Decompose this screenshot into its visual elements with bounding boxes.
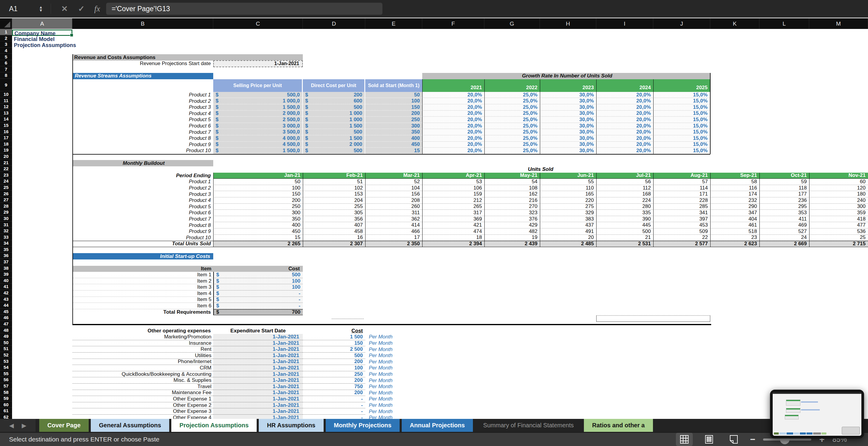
- units-cell[interactable]: 22: [653, 235, 710, 241]
- units-cell[interactable]: 491: [540, 229, 596, 235]
- expense-cost-cell[interactable]: -: [303, 402, 365, 409]
- row-header[interactable]: 5: [0, 54, 12, 60]
- units-cell[interactable]: 300: [213, 210, 303, 216]
- units-cell[interactable]: 300: [809, 204, 868, 210]
- units-cell[interactable]: 527: [760, 229, 809, 235]
- month-header-cell[interactable]: Sep-21: [710, 173, 760, 179]
- product-name-cell[interactable]: Product 4: [72, 197, 213, 204]
- sold-at-start-header-cell[interactable]: Sold at Start (Month 1): [365, 79, 422, 92]
- growth-rate-cell[interactable]: 30,0%: [540, 111, 596, 117]
- units-cell[interactable]: 153: [303, 191, 365, 197]
- sheet-tab[interactable]: Summary of Financial Statements: [475, 419, 582, 432]
- row-header[interactable]: 10: [0, 91, 12, 98]
- growth-rate-cell[interactable]: 20,0%: [596, 92, 653, 98]
- product-name-cell[interactable]: Product 5: [72, 116, 213, 123]
- expense-date-cell[interactable]: 1-Jan-2021: [213, 396, 303, 402]
- expense-cost-cell[interactable]: -: [303, 415, 365, 419]
- expense-date-cell[interactable]: 1-Jan-2021: [213, 408, 303, 415]
- row-header[interactable]: 57: [0, 383, 12, 389]
- units-cell[interactable]: 108: [484, 185, 540, 191]
- growth-rate-cell[interactable]: 25,0%: [484, 148, 540, 154]
- month-header-cell[interactable]: Aug-21: [653, 173, 710, 179]
- units-cell[interactable]: 404: [710, 216, 760, 222]
- units-cell[interactable]: 15: [213, 235, 303, 241]
- sold-at-start-cell[interactable]: 15: [365, 148, 422, 154]
- product-name-cell[interactable]: Product 10: [72, 148, 213, 154]
- row-header[interactable]: 19: [0, 147, 12, 153]
- month-header-cell[interactable]: Oct-21: [760, 173, 809, 179]
- units-cell[interactable]: 369: [422, 216, 484, 222]
- product-name-cell[interactable]: Product 8: [72, 222, 213, 229]
- start-date-value-cell[interactable]: 1-Jan-2021: [213, 60, 303, 67]
- units-cell[interactable]: 275: [540, 204, 596, 210]
- sheet-tab[interactable]: Projection Assumptions: [171, 419, 257, 432]
- growth-rate-cell[interactable]: 20,0%: [422, 104, 484, 111]
- product-name-cell[interactable]: Product 5: [72, 204, 213, 210]
- sold-at-start-cell[interactable]: 150: [365, 104, 422, 111]
- formula-input[interactable]: ='Cover Page'!G13: [106, 3, 382, 15]
- total-units-cell[interactable]: 2 265: [213, 241, 303, 247]
- units-cell[interactable]: 20: [540, 235, 596, 241]
- growth-rate-cell[interactable]: 20,0%: [596, 142, 653, 148]
- row-header[interactable]: 18: [0, 141, 12, 147]
- row-header[interactable]: 6: [0, 60, 12, 66]
- expense-name-cell[interactable]: Other Expense 1: [72, 396, 213, 402]
- expense-name-cell[interactable]: Other Expense 4: [72, 415, 213, 419]
- expense-name-cell[interactable]: Utilities: [72, 352, 213, 359]
- sold-at-start-cell[interactable]: 100: [365, 98, 422, 104]
- growth-rate-cell[interactable]: 25,0%: [484, 142, 540, 148]
- growth-rate-cell[interactable]: 30,0%: [540, 148, 596, 154]
- expense-cost-cell[interactable]: 2 500: [303, 346, 365, 352]
- cancel-icon[interactable]: ✕: [61, 4, 68, 13]
- expense-name-cell[interactable]: Other Expense 2: [72, 402, 213, 409]
- sheet-tab[interactable]: Ratios and other a: [584, 419, 653, 432]
- row-header[interactable]: 47: [0, 321, 12, 327]
- selling-price-cell[interactable]: $3 000,0: [213, 123, 303, 129]
- row-header[interactable]: 49: [0, 333, 12, 340]
- growth-rate-cell[interactable]: 25,0%: [484, 135, 540, 142]
- expense-name-cell[interactable]: Phone/Internet: [72, 359, 213, 365]
- row-header[interactable]: 8: [0, 72, 12, 79]
- sold-at-start-cell[interactable]: 200: [365, 111, 422, 117]
- next-sheet-arrow-icon[interactable]: ▶: [22, 422, 26, 429]
- units-cell[interactable]: 208: [365, 197, 422, 204]
- units-cell[interactable]: 414: [365, 222, 422, 229]
- units-cell[interactable]: 270: [484, 204, 540, 210]
- units-cell[interactable]: 204: [303, 197, 365, 204]
- row-header[interactable]: 4: [0, 47, 12, 54]
- selling-price-cell[interactable]: $500,0: [213, 92, 303, 98]
- month-header-cell[interactable]: Apr-21: [422, 173, 484, 179]
- units-cell[interactable]: 24: [760, 235, 809, 241]
- row-header[interactable]: 59: [0, 396, 12, 402]
- name-box[interactable]: A1: [0, 5, 38, 13]
- revenue-costs-header-cell[interactable]: Revenue and Costs Assumptions: [72, 54, 303, 61]
- item-cost-cell[interactable]: $100: [213, 284, 303, 290]
- units-cell[interactable]: 100: [213, 185, 303, 191]
- year-header-cell[interactable]: 2021: [422, 79, 484, 92]
- column-header[interactable]: G: [484, 19, 540, 29]
- row-header[interactable]: 33: [0, 234, 12, 240]
- row-header[interactable]: 11: [0, 97, 12, 104]
- units-cell[interactable]: 469: [760, 222, 809, 229]
- month-header-cell[interactable]: May-21: [484, 173, 540, 179]
- units-cell[interactable]: 356: [303, 216, 365, 222]
- direct-cost-cell[interactable]: $500: [303, 148, 365, 154]
- row-header[interactable]: 16: [0, 128, 12, 135]
- direct-cost-cell[interactable]: $200: [303, 92, 365, 98]
- zoom-out-icon[interactable]: −: [750, 434, 755, 445]
- growth-rate-cell[interactable]: 15,0%: [653, 98, 710, 104]
- units-cell[interactable]: 359: [809, 210, 868, 216]
- units-cell[interactable]: 58: [710, 179, 760, 185]
- units-cell[interactable]: 509: [653, 229, 710, 235]
- units-cell[interactable]: 329: [540, 210, 596, 216]
- units-cell[interactable]: 536: [809, 229, 868, 235]
- product-name-cell[interactable]: Product 7: [72, 129, 213, 135]
- expense-date-cell[interactable]: 1-Jan-2021: [213, 390, 303, 396]
- row-header[interactable]: 54: [0, 364, 12, 371]
- projection-assumptions-cell[interactable]: Projection Assumptions: [14, 42, 76, 48]
- growth-rate-cell[interactable]: 20,0%: [596, 148, 653, 154]
- expense-name-cell[interactable]: Other Expense 3: [72, 408, 213, 415]
- expense-name-cell[interactable]: Misc. & Supplies: [72, 377, 213, 384]
- expense-frequency-cell[interactable]: Per Month: [365, 415, 422, 419]
- month-header-cell[interactable]: Nov-21: [809, 173, 868, 179]
